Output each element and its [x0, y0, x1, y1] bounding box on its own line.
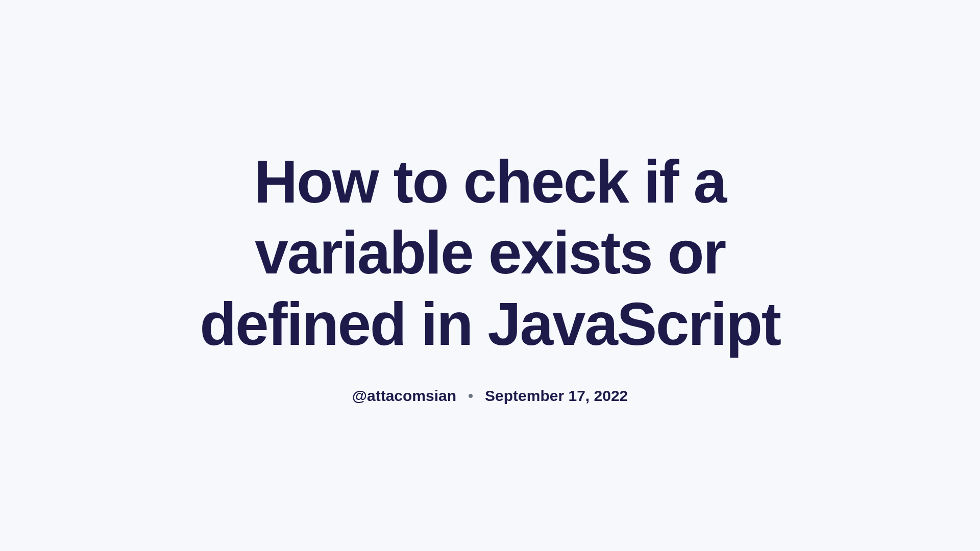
article-header: How to check if a variable exists or def…	[133, 146, 847, 405]
article-title: How to check if a variable exists or def…	[153, 146, 827, 360]
author-handle[interactable]: @attacomsian	[352, 387, 456, 405]
article-meta: @attacomsian September 17, 2022	[153, 387, 827, 405]
separator-bullet-icon	[469, 394, 473, 398]
publish-date: September 17, 2022	[485, 387, 628, 405]
